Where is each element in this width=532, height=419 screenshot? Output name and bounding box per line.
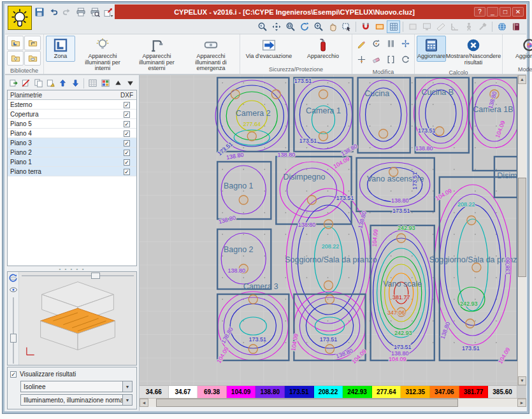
- planimetria-row[interactable]: Piano 1✓: [8, 157, 136, 167]
- svg-text:173.51: 173.51: [320, 336, 338, 343]
- scroll-up-icon[interactable]: ▲: [518, 75, 526, 84]
- vista-dxf-icon[interactable]: [87, 78, 98, 89]
- chevron-down-icon[interactable]: ▼: [122, 381, 132, 392]
- dxf-checkbox[interactable]: ✓: [124, 150, 130, 156]
- result-type-select[interactable]: Isolinee ▼: [20, 381, 133, 392]
- result-magnitude-select[interactable]: Illuminamento, illuminazione normale ▼: [20, 394, 133, 406]
- aggiungi-planimetria-icon[interactable]: [8, 78, 19, 89]
- model-3d-preview[interactable]: [7, 271, 137, 366]
- horizontal-scrollbar[interactable]: ◄ ►: [140, 398, 526, 407]
- dxf-checkbox[interactable]: ✓: [124, 121, 130, 127]
- svg-text:138.80: 138.80: [415, 145, 433, 152]
- modifica-ruota-button[interactable]: [369, 36, 383, 51]
- scroll-left-icon[interactable]: ◄: [140, 399, 148, 407]
- documentation-icon[interactable]: [509, 20, 522, 33]
- via-evacuazione-button[interactable]: Via d'evacuazione: [242, 36, 296, 62]
- zoom-previous-icon[interactable]: [255, 20, 269, 33]
- print-preview-icon[interactable]: [89, 6, 101, 18]
- modifica-ruota-cerchio-button[interactable]: [398, 52, 412, 67]
- preview-rotate-slider[interactable]: [22, 273, 134, 279]
- vertical-scrollbar[interactable]: ▲ ▼: [517, 75, 526, 385]
- visualizzare-risultati-checkbox[interactable]: ✓: [10, 371, 17, 378]
- svg-text:173.51: 173.51: [299, 138, 317, 144]
- apparecchi-illuminanti-interni-button[interactable]: Apparecchi illuminanti per interni: [76, 36, 129, 74]
- planimetria-row[interactable]: Piano 5✓: [8, 119, 136, 129]
- panel-splitter[interactable]: • • • • •: [7, 266, 137, 271]
- chevron-down-icon[interactable]: ▼: [122, 395, 132, 405]
- vertical-scroll-thumb[interactable]: [518, 178, 526, 277]
- elimina-planimetria-icon[interactable]: [45, 78, 56, 89]
- title-bar[interactable]: CYPELUX - v2016.i - [C:\CYPE Ingenieros\…: [115, 4, 526, 19]
- scale-value: 104.09: [227, 386, 256, 398]
- object-snap-magnet-icon[interactable]: [359, 20, 372, 33]
- help-button[interactable]: ?: [474, 7, 485, 17]
- copia-planimetria-icon[interactable]: [32, 78, 44, 89]
- planimetria-row[interactable]: Esterno✓: [8, 100, 136, 110]
- modifica-dividi-button[interactable]: [384, 36, 398, 51]
- cype-web-icon[interactable]: [495, 20, 508, 33]
- biblioteca-zone-button[interactable]: [7, 36, 24, 50]
- apparecchio-button[interactable]: Apparecchio: [296, 36, 350, 62]
- preview-zoom-slider[interactable]: [10, 297, 17, 364]
- zoom-realtime-icon[interactable]: [312, 20, 325, 33]
- zoom-extents-icon[interactable]: [270, 20, 283, 33]
- modifica-cancella-button[interactable]: [369, 52, 383, 67]
- zona-button[interactable]: Zona: [46, 36, 75, 62]
- mostrare-nascondere-risultati-button[interactable]: Mostrare/Nascondere risultati: [447, 36, 500, 67]
- angles-icon: [448, 20, 461, 33]
- modifica-allinea-button[interactable]: [384, 52, 398, 67]
- dxf-checkbox[interactable]: ✓: [124, 111, 130, 118]
- grid-icon[interactable]: [387, 20, 400, 33]
- planimetria-row[interactable]: Piano terra✓: [8, 167, 136, 176]
- orbit-3d-icon[interactable]: [8, 273, 18, 283]
- horizontal-scroll-thumb[interactable]: [156, 399, 459, 407]
- maximize-button[interactable]: □: [500, 7, 511, 17]
- scroll-down-icon[interactable]: ▼: [518, 376, 526, 385]
- biblioteca-apparecchi-interni-button[interactable]: [7, 51, 24, 66]
- minimize-button[interactable]: _: [487, 7, 498, 17]
- modifica-sposta-punto-button[interactable]: [354, 52, 368, 67]
- biblioteca-apparecchi-esterni-button[interactable]: [24, 36, 41, 50]
- planimetria-row[interactable]: Copertura✓: [8, 110, 136, 119]
- ordina-su-icon[interactable]: [112, 78, 124, 89]
- apparecchi-illuminanti-esterni-button[interactable]: Apparecchi illuminanti per esterni: [130, 36, 183, 74]
- sposta-su-icon[interactable]: [57, 78, 69, 89]
- redraw-icon[interactable]: [298, 20, 311, 33]
- aggiornare-bim-button[interactable]: Aggiornare: [515, 36, 532, 62]
- ribbon-group-modifica: Modifica: [352, 34, 415, 74]
- planimetria-row[interactable]: Piano 2✓: [8, 148, 136, 157]
- sposta-giu-icon[interactable]: [69, 78, 81, 89]
- capture-window-icon[interactable]: [340, 20, 353, 33]
- building-model-3d: [19, 272, 136, 365]
- app-logo-bulb-icon[interactable]: [8, 6, 32, 30]
- modifica-sposta-button[interactable]: [398, 36, 412, 51]
- dxf-checkbox[interactable]: ✓: [124, 159, 130, 166]
- apparecchi-illuminanti-emergenza-button[interactable]: Apparecchi illuminanti di emergenza: [184, 36, 238, 74]
- dxf-checkbox[interactable]: ✓: [124, 102, 130, 108]
- print-icon[interactable]: [75, 6, 87, 18]
- biblioteca-emergenza-button[interactable]: [24, 51, 41, 66]
- ordina-giu-icon[interactable]: [125, 78, 136, 89]
- save-icon[interactable]: [33, 6, 46, 18]
- dxf-checkbox[interactable]: ✓: [124, 131, 130, 137]
- dxf-checkbox[interactable]: ✓: [124, 140, 130, 146]
- reference-object-icon[interactable]: [373, 20, 386, 33]
- planimetria-row[interactable]: Piano 3✓: [8, 138, 136, 148]
- pan-icon[interactable]: [326, 20, 339, 33]
- modifica-planimetria-icon[interactable]: [20, 78, 31, 89]
- redo-icon[interactable]: [61, 6, 73, 18]
- gestione-dxf-icon[interactable]: [99, 78, 111, 89]
- dxf-checkbox[interactable]: ✓: [124, 169, 130, 175]
- close-button[interactable]: ✕: [512, 7, 524, 17]
- ribbon-group-label: Modello BIM: [513, 66, 532, 74]
- preview-viewport[interactable]: [19, 272, 136, 365]
- modifica-matita-button[interactable]: [354, 36, 368, 51]
- zoom-window-icon[interactable]: [284, 20, 297, 33]
- aggiornare-calcolo-button[interactable]: Aggiornare: [417, 36, 446, 62]
- undo-icon[interactable]: [47, 6, 60, 18]
- planimetria-row[interactable]: Piano 4✓: [8, 129, 136, 138]
- drawing-canvas[interactable]: Camera 2Camera 1CucinaCucina BCamera 1BB…: [140, 75, 517, 385]
- scroll-right-icon[interactable]: ►: [517, 399, 526, 407]
- view-eye-icon[interactable]: [8, 285, 18, 295]
- export-icon[interactable]: [102, 6, 115, 18]
